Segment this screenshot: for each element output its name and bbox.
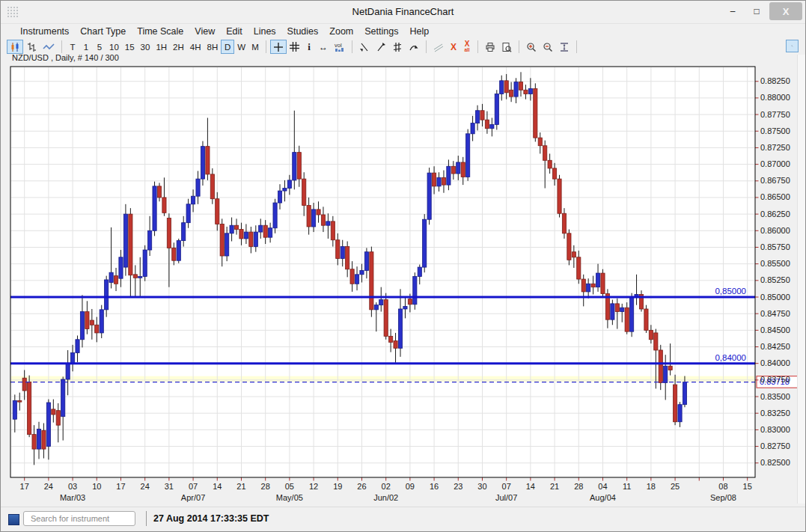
svg-text:0.83250: 0.83250 [760, 409, 790, 418]
svg-text:Jul/07: Jul/07 [495, 493, 517, 502]
angle-lines-button[interactable] [430, 40, 447, 54]
menu-instruments[interactable]: Instruments [20, 26, 69, 37]
maximize-button[interactable]: □ [745, 2, 768, 20]
print-preview-button[interactable] [498, 40, 515, 54]
print-button[interactable] [482, 40, 498, 54]
svg-text:0.86750: 0.86750 [760, 176, 790, 185]
svg-text:30: 30 [477, 482, 486, 491]
minimize-button[interactable]: – [721, 2, 744, 20]
svg-text:0.87750: 0.87750 [760, 110, 790, 119]
horizontal-expand-button[interactable]: ↔ [316, 40, 331, 54]
status-bar: 27 Aug 2014 17:33:35 EDT [1, 507, 805, 532]
arrow-tool-button[interactable] [406, 40, 422, 54]
crosshair-button[interactable] [270, 40, 287, 54]
bar-chart-icon [26, 42, 37, 52]
fit-vertical-icon [559, 42, 570, 52]
parallel-lines-tool-button[interactable] [389, 40, 406, 54]
zoom-out-button[interactable] [540, 40, 556, 54]
svg-text:0.87250: 0.87250 [760, 143, 790, 152]
svg-text:0.86500: 0.86500 [760, 192, 790, 201]
timeframe-1h-button[interactable]: 1H [153, 40, 170, 54]
menu-zoom[interactable]: Zoom [329, 26, 353, 37]
svg-text:0,84000: 0,84000 [715, 353, 746, 362]
chart-plot[interactable]: 0,850000,84000 0.83718 0.825000.827500.8… [1, 65, 806, 517]
menu-view[interactable]: View [195, 26, 215, 37]
svg-text:21: 21 [236, 482, 245, 491]
svg-text:07: 07 [502, 482, 511, 491]
svg-text:04: 04 [598, 482, 607, 491]
menu-studies[interactable]: Studies [287, 26, 319, 37]
svg-text:09: 09 [406, 482, 415, 491]
chart-type-line-button[interactable] [40, 40, 58, 54]
svg-text:0.84250: 0.84250 [760, 342, 790, 351]
timeframe-tick-button[interactable]: T [66, 40, 79, 54]
volume-button[interactable]: vol [331, 40, 348, 54]
info-icon: i [308, 41, 311, 53]
svg-text:07: 07 [189, 482, 198, 491]
period-daily-button[interactable]: D [221, 40, 234, 54]
svg-text:16: 16 [430, 482, 439, 491]
statusbar-divider [146, 511, 147, 526]
timeframe-4h-button[interactable]: 4H [187, 40, 204, 54]
title-bar: NetDania FinanceChart – □ X [1, 1, 805, 24]
timeframe-10m-button[interactable]: 10 [106, 40, 122, 54]
printer-icon [485, 42, 495, 52]
timeframe-1m-button[interactable]: 1 [79, 40, 93, 54]
period-weekly-button[interactable]: W [234, 40, 248, 54]
svg-text:10: 10 [92, 482, 101, 491]
svg-text:28: 28 [261, 482, 270, 491]
zoom-in-button[interactable] [523, 40, 540, 54]
timeframe-2h-button[interactable]: 2H [170, 40, 187, 54]
search-input[interactable] [29, 513, 138, 524]
svg-text:14: 14 [526, 482, 535, 491]
timeframe-15m-button[interactable]: 15 [122, 40, 138, 54]
horizontal-arrows-icon: ↔ [319, 42, 328, 52]
svg-text:26: 26 [357, 482, 366, 491]
period-monthly-button[interactable]: M [248, 40, 262, 54]
close-button[interactable]: X [769, 2, 802, 20]
arrow-icon [409, 42, 419, 52]
svg-text:0.87000: 0.87000 [760, 159, 790, 168]
timeframe-5m-button[interactable]: 5 [93, 40, 106, 54]
svg-text:02: 02 [382, 482, 391, 491]
window-title: NetDania FinanceChart [1, 6, 805, 17]
svg-text:Jun/02: Jun/02 [373, 493, 398, 502]
chart-type-candlestick-button[interactable] [7, 40, 23, 54]
info-button[interactable]: i [302, 40, 316, 54]
netdania-app-icon[interactable] [8, 514, 19, 525]
pin-toolbar-button[interactable] [786, 40, 799, 52]
svg-text:05: 05 [285, 482, 294, 491]
svg-text:24: 24 [141, 482, 150, 491]
grid-toggle-button[interactable] [287, 40, 302, 54]
parallel-lines-icon [392, 42, 403, 52]
svg-text:25: 25 [671, 482, 680, 491]
svg-text:0.85750: 0.85750 [760, 242, 790, 251]
timeframe-8h-button[interactable]: 8H [204, 40, 222, 54]
menu-time-scale[interactable]: Time Scale [137, 26, 183, 37]
chart-type-bars-button[interactable] [23, 40, 40, 54]
svg-text:0.82500: 0.82500 [760, 458, 790, 467]
svg-text:Mar/03: Mar/03 [60, 493, 85, 502]
svg-text:08: 08 [718, 482, 727, 491]
svg-text:0.85250: 0.85250 [760, 275, 790, 284]
menu-lines[interactable]: Lines [254, 26, 276, 37]
instrument-search-box[interactable] [23, 511, 135, 526]
fit-vertical-button[interactable] [556, 40, 573, 54]
menu-settings[interactable]: Settings [364, 26, 398, 37]
svg-text:0.83750: 0.83750 [760, 375, 790, 384]
trendline-up-tool-button[interactable] [373, 40, 389, 54]
trendline-down-tool-button[interactable] [356, 40, 373, 54]
svg-text:21: 21 [550, 482, 559, 491]
menu-edit[interactable]: Edit [226, 26, 242, 37]
svg-text:28: 28 [574, 482, 583, 491]
menu-help[interactable]: Help [409, 26, 429, 37]
delete-all-lines-button[interactable]: Xall [460, 40, 474, 54]
timeframe-30m-button[interactable]: 30 [138, 40, 153, 54]
delete-line-button[interactable]: X [447, 40, 460, 54]
menu-chart-type[interactable]: Chart Type [80, 26, 126, 37]
svg-text:0.88000: 0.88000 [760, 93, 790, 102]
svg-text:11: 11 [623, 482, 631, 491]
toolbar-separator [576, 40, 577, 53]
svg-text:0.84750: 0.84750 [760, 309, 790, 318]
crosshair-icon [273, 42, 284, 52]
